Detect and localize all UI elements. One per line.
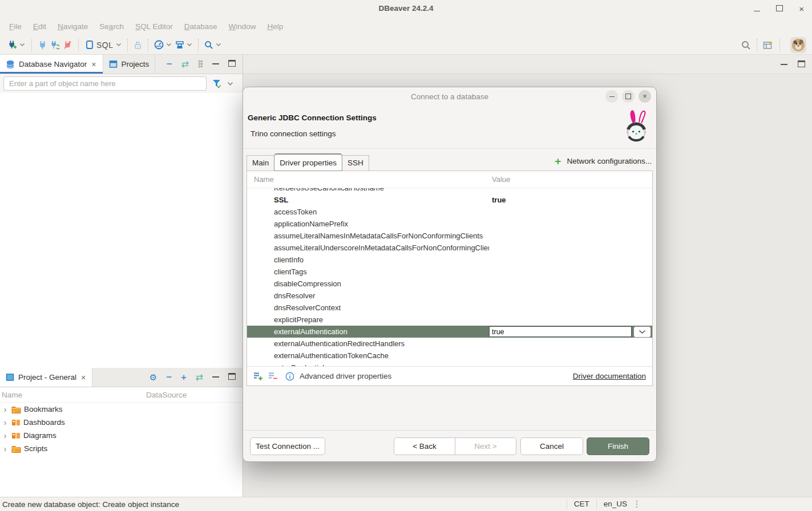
panel-maximize-button[interactable]	[798, 60, 805, 69]
property-row[interactable]: SSL true	[247, 194, 652, 206]
next-button[interactable]: Next >	[455, 437, 516, 455]
window-maximize-button[interactable]	[776, 5, 783, 13]
tree-item[interactable]: › Bookmarks	[0, 403, 243, 416]
column-header-datasource[interactable]: DataSource	[146, 391, 187, 399]
search-menu-button[interactable]	[203, 38, 223, 52]
connect-button[interactable]	[37, 38, 49, 52]
collapse-all-button[interactable]: −	[167, 59, 172, 69]
dialog-close-button[interactable]: ×	[639, 90, 651, 103]
collapse-all-button[interactable]: −	[166, 372, 172, 382]
chevron-right-icon[interactable]: ›	[2, 417, 9, 427]
menu-item[interactable]: Search	[94, 19, 130, 34]
property-row[interactable]: externalAuthenticationRedirectHandlers	[247, 338, 652, 350]
property-row[interactable]: KerberosUseCanonicalHostname	[247, 188, 652, 194]
panel-minimize-button[interactable]	[781, 60, 787, 69]
filter-icon[interactable]	[212, 79, 222, 88]
menu-item[interactable]: SQL Editor	[130, 19, 179, 34]
back-button[interactable]: < Back	[394, 437, 455, 455]
global-search-button[interactable]	[740, 38, 753, 52]
open-perspective-button[interactable]	[761, 38, 775, 52]
tree-item[interactable]: › Dashboards	[0, 416, 243, 429]
maximize-icon	[228, 60, 236, 67]
panel-minimize-button[interactable]	[212, 373, 219, 382]
menu-item[interactable]: Navigate	[52, 19, 94, 34]
dialog-tab[interactable]: Main	[247, 155, 274, 171]
window-close-button[interactable]: ×	[799, 5, 804, 13]
new-connection-button[interactable]	[6, 38, 27, 52]
cancel-button[interactable]: Cancel	[520, 437, 583, 455]
property-value: true	[489, 194, 652, 206]
property-value-input[interactable]	[489, 326, 632, 337]
dialog-minimize-button[interactable]	[605, 90, 618, 103]
object-filter-input[interactable]	[3, 76, 207, 91]
property-row[interactable]: clientInfo	[247, 254, 652, 266]
menu-item[interactable]: Help	[262, 19, 289, 34]
window-minimize-button[interactable]	[754, 5, 760, 13]
link-with-editor-button[interactable]: ⇄	[181, 60, 189, 69]
disconnect-button[interactable]	[62, 38, 74, 52]
column-header-value[interactable]: Value	[489, 171, 652, 188]
property-row[interactable]: accessToken	[247, 206, 652, 218]
test-connection-button[interactable]: Test Connection ...	[250, 437, 325, 455]
dialog-tab[interactable]: SSH	[342, 155, 369, 171]
property-row[interactable]: explicitPrepare	[247, 314, 652, 326]
property-row[interactable]: assumeLiteralUnderscoreInMetadataCallsFo…	[247, 242, 652, 254]
chevron-right-icon[interactable]: ›	[2, 444, 9, 453]
menu-item[interactable]: File	[3, 19, 27, 34]
property-row[interactable]: applicationNamePrefix	[247, 218, 652, 230]
property-row[interactable]: extraCredentials	[247, 362, 652, 366]
property-value	[489, 230, 652, 242]
property-row[interactable]: clientTags	[247, 266, 652, 278]
network-configurations-button[interactable]: +Network configurations...	[555, 156, 652, 167]
driver-documentation-link[interactable]: Driver documentation	[573, 372, 646, 380]
menu-item[interactable]: Database	[179, 19, 223, 34]
commit-mode-button[interactable]	[132, 38, 144, 52]
tree-item[interactable]: › Diagrams	[0, 429, 243, 442]
sql-editor-label: SQL	[96, 40, 114, 50]
property-row[interactable]: dnsResolver	[247, 290, 652, 302]
add-property-icon[interactable]	[253, 372, 263, 380]
properties-table-viewport[interactable]: KerberosUseCanonicalHostname SSL true ac…	[247, 188, 652, 366]
tree-item[interactable]: › Scripts	[0, 442, 243, 455]
sql-editor-button[interactable]: SQL	[83, 38, 123, 52]
dialog-tab[interactable]: Driver properties	[274, 153, 342, 171]
user-avatar-button[interactable]	[790, 37, 806, 53]
dialog-titlebar[interactable]: Connect to a database ×	[243, 87, 656, 106]
menu-item[interactable]: Window	[223, 19, 261, 34]
property-row[interactable]: assumeLiteralNamesInMetadataCallsForNonC…	[247, 230, 652, 242]
chevron-right-icon[interactable]: ›	[2, 404, 9, 414]
menu-item[interactable]: Edit	[27, 19, 52, 34]
chevron-down-icon[interactable]	[227, 82, 233, 86]
value-dropdown-button[interactable]	[633, 326, 651, 338]
expand-all-button[interactable]: +	[181, 373, 186, 382]
reconnect-button[interactable]	[49, 38, 62, 52]
column-header-name[interactable]: Name	[0, 391, 146, 399]
tab-database-navigator[interactable]: Database Navigator ×	[0, 55, 103, 74]
finish-button[interactable]: Finish	[587, 437, 649, 455]
link-with-editor-button[interactable]: ⇄	[196, 373, 203, 382]
view-menu-dots-icon[interactable]	[198, 60, 203, 69]
property-name: assumeLiteralUnderscoreInMetadataCallsFo…	[247, 242, 489, 254]
dashboard-button[interactable]	[152, 38, 173, 52]
column-header-name[interactable]: Name	[247, 171, 489, 188]
driver-manager-button[interactable]	[173, 38, 194, 52]
property-row[interactable]: externalAuthenticationTokenCache	[247, 350, 652, 362]
property-row[interactable]: disableCompression	[247, 278, 652, 290]
property-name: externalAuthenticationRedirectHandlers	[247, 338, 489, 350]
close-icon[interactable]: ×	[80, 373, 86, 382]
panel-maximize-button[interactable]	[228, 373, 236, 382]
gear-icon[interactable]: ⚙	[150, 373, 157, 382]
property-row[interactable]: externalAuthentication	[247, 326, 652, 338]
project-tree: › Bookmarks › Dashboards ›	[0, 403, 243, 455]
close-icon[interactable]: ×	[91, 60, 96, 69]
dialog-maximize-button[interactable]	[622, 90, 635, 103]
panel-minimize-button[interactable]	[212, 60, 219, 68]
property-row[interactable]: dnsResolverContext	[247, 302, 652, 314]
navigator-tree[interactable]	[0, 93, 243, 368]
chevron-right-icon[interactable]: ›	[2, 431, 9, 440]
tab-project-general[interactable]: Project - General ×	[0, 368, 92, 387]
remove-property-icon[interactable]	[268, 372, 278, 380]
maximize-icon	[625, 94, 631, 99]
tab-projects[interactable]: Projects	[103, 55, 156, 74]
panel-maximize-button[interactable]	[228, 60, 236, 68]
